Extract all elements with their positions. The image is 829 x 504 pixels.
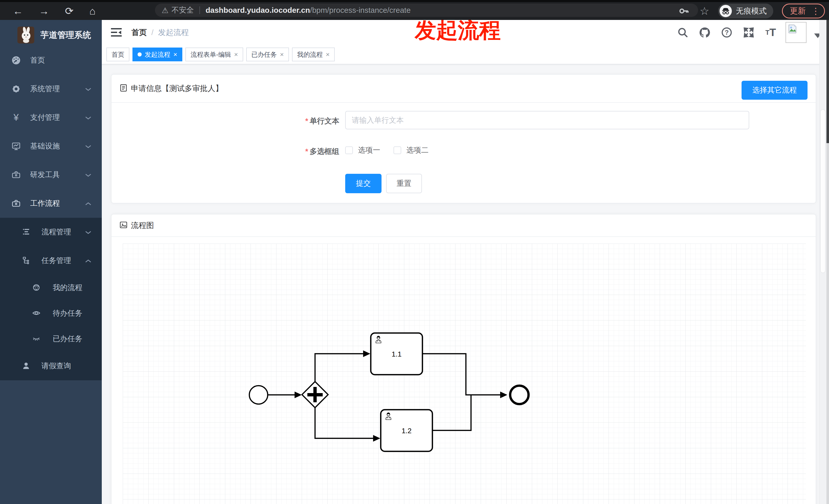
- address-bar[interactable]: ⚠ 不安全 dashboard.yudao.iocoder.cn/bpm/pro…: [155, 4, 698, 17]
- text-field-label: *单行文本: [111, 116, 339, 126]
- tab-process-form-edit[interactable]: 流程表单-编辑 ×: [185, 47, 243, 61]
- sidebar-item-leave-query[interactable]: 请假查询: [0, 352, 102, 380]
- bpmn-canvas[interactable]: 1.1 1.2: [123, 243, 806, 504]
- svg-text:?: ?: [725, 29, 728, 36]
- bookmark-star-icon[interactable]: ☆: [699, 5, 709, 17]
- bpmn-arrowhead: [363, 350, 370, 357]
- window-edge: [826, 143, 829, 504]
- sidebar-item-workflow[interactable]: 工作流程: [0, 189, 102, 218]
- eye-open-icon: [32, 308, 41, 318]
- eye-closed-icon: [32, 334, 41, 344]
- checkbox-icon[interactable]: [394, 147, 401, 154]
- browser-chrome: ← → ⟳ ⌂ ⚠ 不安全 dashboard.yudao.iocoder.cn…: [0, 0, 829, 20]
- select-other-process-button[interactable]: 选择其它流程: [742, 81, 807, 100]
- checkbox-group-label: *多选框组: [111, 147, 339, 157]
- bpmn-flow-task2-end: [432, 394, 471, 430]
- active-tab-dot: [138, 52, 142, 56]
- browser-reload-icon[interactable]: ⟳: [65, 6, 74, 16]
- font-size-icon[interactable]: TT: [763, 25, 778, 40]
- browser-update-button[interactable]: 更新 ⋮: [782, 4, 825, 18]
- task-label: 1.1: [392, 350, 402, 358]
- window-edge: [826, 20, 829, 143]
- url-divider: [200, 6, 200, 14]
- face-icon: [32, 283, 41, 293]
- submit-button[interactable]: 提交: [345, 174, 382, 193]
- checkbox-option-1[interactable]: 选项一: [345, 145, 380, 155]
- page-scrollbar[interactable]: [819, 20, 826, 504]
- breadcrumb-home[interactable]: 首页: [132, 27, 147, 38]
- help-icon[interactable]: ?: [720, 25, 734, 40]
- sidebar-item-infra[interactable]: 基础设施: [0, 132, 102, 160]
- checkbox-group: 选项一 选项二: [345, 145, 429, 155]
- chevron-up-icon: [85, 199, 92, 208]
- browser-forward-icon[interactable]: →: [39, 6, 49, 16]
- breadcrumb-current: 发起流程: [158, 27, 189, 38]
- tab-close-icon[interactable]: ×: [234, 51, 238, 59]
- sidebar-item-payment[interactable]: ¥ 支付管理: [0, 103, 102, 132]
- tree-icon: [22, 256, 31, 266]
- sidebar-item-task-mgmt[interactable]: 任务管理: [0, 246, 102, 275]
- scrollbar-thumb[interactable]: [820, 109, 825, 273]
- bpmn-diagram: 1.1 1.2: [123, 243, 806, 504]
- workflow-submenu: 流程管理 任务管理 我的流程: [0, 218, 102, 380]
- password-key-icon[interactable]: [677, 4, 691, 18]
- toolbox-icon: [11, 199, 21, 208]
- chevron-down-icon: [85, 85, 92, 93]
- sidebar-logo[interactable]: 芋道管理系统: [0, 20, 102, 43]
- diagram-header: 流程图: [111, 215, 816, 237]
- sidebar-item-todo-tasks[interactable]: 待办任务: [0, 301, 102, 326]
- tab-create-process[interactable]: 发起流程 ×: [133, 47, 182, 61]
- github-icon[interactable]: [697, 25, 712, 40]
- search-icon[interactable]: [676, 25, 690, 40]
- browser-back-icon[interactable]: ←: [13, 6, 23, 16]
- checkbox-icon[interactable]: [345, 147, 353, 154]
- sidebar-item-process-mgmt[interactable]: 流程管理: [0, 218, 102, 246]
- not-secure-warning-icon: ⚠: [161, 6, 169, 15]
- toolbox-icon: [11, 170, 21, 180]
- bpmn-end-event[interactable]: [510, 386, 529, 404]
- sidebar: 芋道管理系统 首页 系统管理 ¥ 支付管理: [0, 20, 102, 504]
- fullscreen-icon[interactable]: [742, 25, 756, 40]
- tab-home[interactable]: 首页: [106, 47, 130, 61]
- app-title: 芋道管理系统: [40, 29, 91, 41]
- incognito-icon: [720, 5, 732, 17]
- breadcrumb: 首页 / 发起流程: [132, 20, 189, 45]
- tab-close-icon[interactable]: ×: [326, 51, 330, 59]
- image-icon: [119, 221, 128, 230]
- sidebar-item-home[interactable]: 首页: [0, 46, 102, 75]
- reset-button[interactable]: 重置: [386, 174, 422, 193]
- screen: ← → ⟳ ⌂ ⚠ 不安全 dashboard.yudao.iocoder.cn…: [0, 0, 829, 504]
- sidebar-collapse-icon[interactable]: [111, 28, 122, 37]
- bpmn-flow-task1-end: [423, 354, 501, 395]
- chevron-up-icon: [85, 257, 92, 265]
- browser-tab-strip: [0, 0, 829, 2]
- bpmn-start-event[interactable]: [249, 386, 268, 404]
- single-line-text-input[interactable]: [345, 111, 749, 129]
- browser-menu-icon[interactable]: ⋮: [812, 6, 820, 16]
- user-icon: [22, 361, 31, 371]
- bpmn-arrowhead: [373, 435, 380, 442]
- tab-close-icon[interactable]: ×: [173, 51, 177, 59]
- tab-my-process[interactable]: 我的流程 ×: [292, 47, 335, 61]
- sidebar-item-my-process[interactable]: 我的流程: [0, 275, 102, 301]
- bpmn-flow-gateway-task1: [315, 354, 364, 382]
- sidebar-item-done-tasks[interactable]: 已办任务: [0, 326, 102, 352]
- tab-close-icon[interactable]: ×: [280, 51, 284, 59]
- bpmn-flow-gateway-task2: [315, 408, 374, 438]
- sidebar-item-devtools[interactable]: 研发工具: [0, 160, 102, 189]
- apply-info-header: 申请信息【测试多审批人】: [111, 75, 816, 103]
- main-content: 申请信息【测试多审批人】 选择其它流程 *单行文本 *多选框组 选项一 选项二: [102, 65, 829, 504]
- app-header: 首页 / 发起流程 发起流程 ? TT: [102, 20, 829, 45]
- sidebar-item-system[interactable]: 系统管理: [0, 75, 102, 103]
- incognito-badge: 无痕模式: [718, 4, 773, 18]
- diagram-title: 流程图: [131, 220, 154, 231]
- browser-home-icon[interactable]: ⌂: [89, 6, 96, 16]
- avatar[interactable]: [786, 22, 806, 43]
- apply-info-title: 申请信息【测试多审批人】: [131, 83, 223, 94]
- tab-done-tasks[interactable]: 已办任务 ×: [246, 47, 289, 61]
- yen-icon: ¥: [11, 113, 21, 122]
- breadcrumb-separator: /: [151, 28, 153, 37]
- bpmn-arrowhead: [295, 392, 302, 398]
- checkbox-option-2[interactable]: 选项二: [394, 145, 429, 155]
- required-mark: *: [305, 117, 308, 125]
